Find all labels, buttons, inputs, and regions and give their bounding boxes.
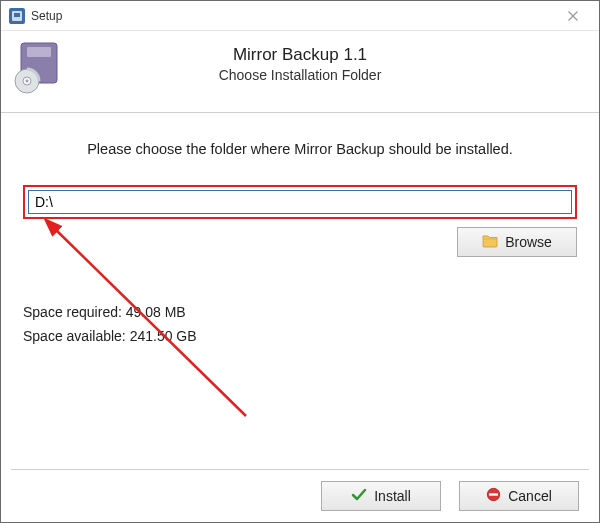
cancel-button[interactable]: Cancel xyxy=(459,481,579,511)
space-available-row: Space available: 241.50 GB xyxy=(23,325,577,349)
product-icon xyxy=(13,39,69,106)
instruction-text: Please choose the folder where Mirror Ba… xyxy=(23,141,577,157)
svg-point-10 xyxy=(26,80,29,83)
folder-icon xyxy=(482,234,498,251)
install-label: Install xyxy=(374,488,411,504)
svg-rect-7 xyxy=(27,47,51,57)
wizard-footer: Install Cancel xyxy=(1,470,599,522)
browse-label: Browse xyxy=(505,234,552,250)
setup-app-icon xyxy=(9,8,25,24)
cancel-label: Cancel xyxy=(508,488,552,504)
wizard-header: Mirror Backup 1.1 Choose Installation Fo… xyxy=(1,31,599,113)
space-available-label: Space available: xyxy=(23,328,126,344)
window-title: Setup xyxy=(31,9,551,23)
space-available-value: 241.50 GB xyxy=(130,328,197,344)
product-title: Mirror Backup 1.1 xyxy=(69,45,531,65)
check-icon xyxy=(351,488,367,505)
window-close-button[interactable] xyxy=(551,2,595,30)
page-subtitle: Choose Installation Folder xyxy=(69,67,531,83)
install-button[interactable]: Install xyxy=(321,481,441,511)
svg-rect-2 xyxy=(14,13,20,17)
install-path-input[interactable] xyxy=(28,190,572,214)
wizard-body: Please choose the folder where Mirror Ba… xyxy=(1,113,599,469)
space-required-label: Space required: xyxy=(23,304,122,320)
path-highlight-box xyxy=(23,185,577,219)
titlebar: Setup xyxy=(1,1,599,31)
prohibit-icon xyxy=(486,487,501,505)
browse-button[interactable]: Browse xyxy=(457,227,577,257)
setup-window: Setup Mirror Backup 1.1 Ch xyxy=(0,0,600,523)
svg-rect-12 xyxy=(489,493,498,495)
space-required-row: Space required: 49.08 MB xyxy=(23,301,577,325)
disk-space-info: Space required: 49.08 MB Space available… xyxy=(23,301,577,349)
space-required-value: 49.08 MB xyxy=(126,304,186,320)
